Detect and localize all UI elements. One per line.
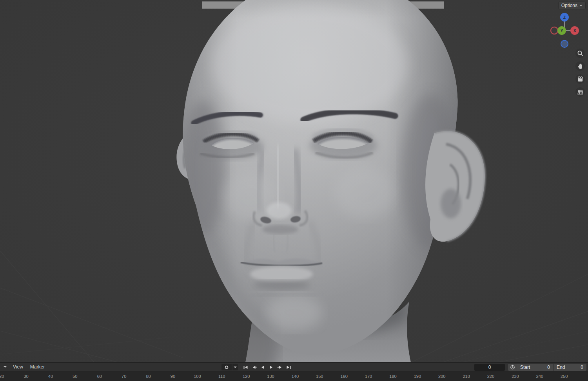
chevron-down-icon (4, 366, 7, 368)
next-keyframe-icon (278, 365, 283, 370)
record-button[interactable] (221, 364, 232, 370)
record-icon (224, 365, 229, 370)
viewport-scene (0, 0, 588, 362)
timeline-menu-item[interactable]: View (9, 363, 27, 370)
play-reverse-button[interactable] (259, 364, 267, 371)
timeline-header: ViewMarker (0, 363, 588, 372)
play-reverse-icon (260, 365, 265, 370)
zoom-icon (577, 50, 584, 57)
play-icon (269, 365, 274, 370)
3d-viewport[interactable]: Options Z X (0, 0, 588, 362)
svg-text:X: X (573, 29, 576, 33)
start-frame-value: 0 (547, 365, 550, 370)
previous-keyframe-button[interactable] (250, 364, 258, 371)
timeline-frame-label: 210 (454, 372, 478, 381)
frame-range-controls: 0 Start 0 End (474, 363, 586, 371)
jump-to-end-icon (286, 365, 291, 370)
axis-z-negative[interactable] (561, 40, 568, 47)
jump-to-start-icon (243, 365, 248, 370)
play-button[interactable] (267, 364, 275, 371)
timeline-frame-label: 50 (63, 372, 87, 381)
timeline-frame-label: 240 (528, 372, 552, 381)
timeline-frame-label: 60 (87, 372, 112, 381)
use-preview-range-button[interactable] (508, 364, 517, 371)
timeline-frame-label: 130 (258, 372, 283, 381)
timeline-menu-item[interactable]: Marker (27, 363, 48, 370)
jump-to-start-button[interactable] (241, 364, 249, 371)
next-keyframe-button[interactable] (276, 364, 284, 371)
grid-icon (577, 89, 584, 96)
svg-text:Z: Z (563, 15, 566, 20)
timeline-menubar: ViewMarker (9, 363, 48, 370)
timeline-frame-label: 220 (479, 372, 503, 381)
svg-text:Y: Y (561, 29, 563, 33)
end-frame-label: End (557, 365, 565, 370)
timeline-frame-label: 160 (332, 372, 356, 381)
timeline-frame-label: 200 (430, 372, 454, 381)
clock-icon (510, 365, 515, 370)
pan-button[interactable] (575, 61, 585, 71)
end-frame-field[interactable]: End 0 (554, 364, 586, 371)
timeline-frame-label: 20 (0, 372, 14, 381)
jump-to-end-button[interactable] (285, 364, 292, 371)
keying-set-dropdown[interactable] (232, 364, 238, 370)
timeline-frame-label: 120 (234, 372, 258, 381)
camera-view-button[interactable] (575, 74, 585, 84)
start-frame-label: Start (520, 365, 530, 370)
timeline-frame-label: 230 (503, 372, 527, 381)
chevron-down-icon (579, 5, 583, 6)
timeline-frame-label: 100 (185, 372, 209, 381)
chevron-down-icon (234, 367, 237, 368)
toggle-grid-button[interactable] (575, 87, 585, 97)
axis-y-positive[interactable]: Y (557, 26, 566, 35)
timeline-frame-label: 110 (210, 372, 234, 381)
timeline-frame-label: 30 (14, 372, 38, 381)
timeline-frame-label: 140 (283, 372, 307, 381)
current-frame-value: 0 (488, 365, 491, 370)
timeline-frame-label: 80 (136, 372, 160, 381)
playback-controls (221, 363, 292, 372)
timeline-ruler[interactable]: 2030405060708090100110120130140150160170… (0, 372, 588, 381)
axis-x-positive[interactable]: X (570, 26, 579, 35)
hand-icon (577, 63, 584, 70)
timeline-frame-label: 40 (38, 372, 63, 381)
start-frame-field[interactable]: Start 0 (517, 364, 553, 371)
timeline-frame-label: 70 (112, 372, 136, 381)
axis-x-negative[interactable] (551, 27, 558, 34)
blender-window: Options Z X (0, 0, 588, 381)
timeline-editor: ViewMarker (0, 362, 588, 381)
end-frame-value: 0 (581, 365, 583, 370)
timeline-frame-label: 190 (405, 372, 430, 381)
timeline-frame-label: 180 (381, 372, 405, 381)
axis-z-positive[interactable]: Z (560, 13, 569, 22)
timeline-frame-label: 150 (307, 372, 332, 381)
options-label: Options (561, 3, 577, 8)
current-frame-field[interactable]: 0 (474, 364, 505, 371)
viewport-tool-column (575, 49, 585, 97)
timeline-frame-label: 250 (552, 372, 576, 381)
navigation-gizmo[interactable]: Z X Y (550, 12, 579, 49)
camera-icon (577, 76, 584, 83)
timeline-frame-label: 170 (356, 372, 381, 381)
options-button[interactable]: Options (558, 2, 586, 9)
timeline-frame-label: 90 (161, 372, 185, 381)
editor-type-button[interactable] (2, 363, 9, 370)
zoom-button[interactable] (575, 49, 585, 58)
previous-keyframe-icon (252, 365, 257, 370)
